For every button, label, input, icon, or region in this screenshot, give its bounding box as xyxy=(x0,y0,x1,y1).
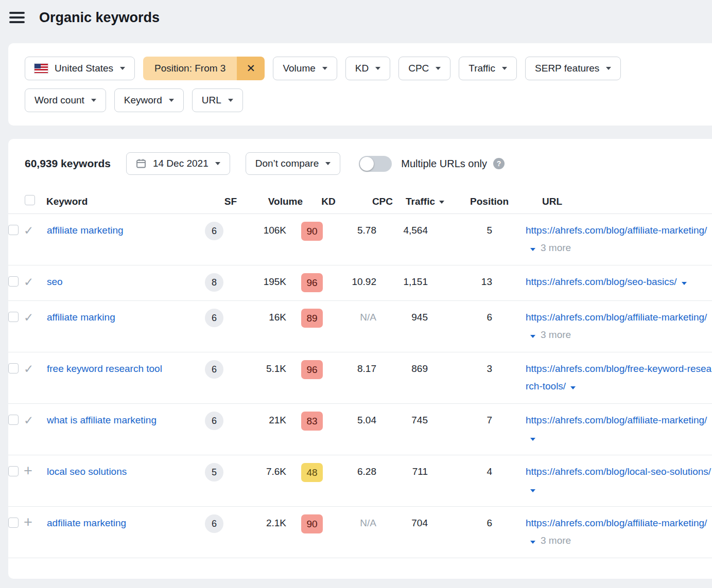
keyword-link[interactable]: seo xyxy=(47,276,63,287)
check-icon[interactable] xyxy=(24,273,33,292)
compare-dropdown-label: Don’t compare xyxy=(255,158,319,169)
kd-badge: 83 xyxy=(301,412,323,431)
chevron-down-icon xyxy=(228,99,233,102)
chevron-down-icon xyxy=(91,99,96,102)
traffic-value: 1,151 xyxy=(376,273,428,291)
check-icon[interactable] xyxy=(24,309,33,327)
keyword-link[interactable]: free keyword research tool xyxy=(47,363,162,374)
keyword-filter[interactable]: Keyword xyxy=(114,88,184,112)
col-header-volume[interactable]: Volume xyxy=(249,196,303,207)
url-dropdown-caret[interactable] xyxy=(530,489,535,492)
col-header-sf[interactable]: SF xyxy=(213,196,249,207)
check-icon[interactable] xyxy=(24,360,33,379)
volume-value: 7.6K xyxy=(232,463,286,480)
col-header-cpc[interactable]: CPC xyxy=(354,196,393,207)
filter-row-2: Word count Keyword URL xyxy=(25,88,712,112)
url-dropdown-caret[interactable] xyxy=(530,335,535,338)
keyword-link[interactable]: adfiliate marketing xyxy=(47,518,126,528)
word-count-filter[interactable]: Word count xyxy=(25,88,106,112)
serp-features-count[interactable]: 8 xyxy=(205,273,223,292)
date-picker[interactable]: 14 Dec 2021 xyxy=(126,152,230,175)
url-link[interactable]: https://ahrefs.com/blog/free-keyword-res… xyxy=(526,363,711,391)
position-filter[interactable]: Position: From 3 xyxy=(143,57,265,80)
keyword-link[interactable]: affiliate marketing xyxy=(47,225,124,236)
chevron-down-icon xyxy=(322,67,327,70)
country-filter[interactable]: United States xyxy=(25,57,135,80)
url-link[interactable]: https://ahrefs.com/blog/seo-basics/ xyxy=(526,276,677,287)
serp-features-filter[interactable]: SERP features xyxy=(525,57,621,80)
url-dropdown-caret[interactable] xyxy=(682,282,687,285)
multiple-urls-toggle[interactable] xyxy=(359,156,392,172)
traffic-value: 711 xyxy=(376,463,428,480)
more-urls-label[interactable]: 3 more xyxy=(541,242,571,253)
col-header-kd[interactable]: KD xyxy=(303,196,354,207)
url-dropdown-caret[interactable] xyxy=(530,541,535,544)
table-row: adfiliate marketing 6 2.1K 90 N/A 704 6 … xyxy=(8,507,712,558)
word-count-filter-label: Word count xyxy=(34,95,84,106)
url-link[interactable]: https://ahrefs.com/blog/local-seo-soluti… xyxy=(526,466,711,477)
volume-filter[interactable]: Volume xyxy=(273,57,337,80)
col-header-traffic[interactable]: Traffic xyxy=(393,196,444,207)
menu-icon[interactable] xyxy=(9,12,25,23)
serp-features-count[interactable]: 6 xyxy=(205,222,223,240)
volume-value: 2.1K xyxy=(232,514,286,532)
chevron-down-icon xyxy=(375,67,380,70)
row-checkbox[interactable] xyxy=(8,466,19,476)
select-all-checkbox[interactable] xyxy=(25,195,35,205)
row-checkbox[interactable] xyxy=(8,363,19,373)
check-icon[interactable] xyxy=(24,412,33,430)
url-link[interactable]: https://ahrefs.com/blog/affiliate-market… xyxy=(526,415,707,425)
kd-filter[interactable]: KD xyxy=(345,57,390,80)
position-filter-label: Position: From 3 xyxy=(143,57,237,80)
cpc-filter[interactable]: CPC xyxy=(398,57,450,80)
cpc-filter-label: CPC xyxy=(408,63,429,74)
row-checkbox[interactable] xyxy=(8,312,19,322)
traffic-value: 945 xyxy=(376,309,428,326)
url-link[interactable]: https://ahrefs.com/blog/affiliate-market… xyxy=(526,312,707,323)
url-dropdown-caret[interactable] xyxy=(570,386,576,389)
keyword-filter-label: Keyword xyxy=(124,95,162,106)
sort-desc-icon xyxy=(439,201,444,204)
traffic-value: 745 xyxy=(376,412,428,429)
col-header-position[interactable]: Position xyxy=(444,196,509,207)
keyword-link[interactable]: local seo solutions xyxy=(47,466,127,477)
results-panel: 60,939 keywords 14 Dec 2021 Don’t compar… xyxy=(8,139,712,579)
serp-features-count[interactable]: 6 xyxy=(205,412,223,430)
row-checkbox[interactable] xyxy=(8,518,19,528)
position-value: 6 xyxy=(428,514,492,532)
col-header-url[interactable]: URL xyxy=(509,196,712,207)
check-icon[interactable] xyxy=(24,222,33,240)
table-row: free keyword research tool 6 5.1K 96 8.1… xyxy=(8,352,712,404)
url-filter[interactable]: URL xyxy=(192,88,243,112)
url-link[interactable]: https://ahrefs.com/blog/affiliate-market… xyxy=(526,225,707,236)
position-value: 7 xyxy=(428,412,492,429)
row-checkbox[interactable] xyxy=(8,276,19,287)
row-checkbox[interactable] xyxy=(8,415,19,425)
help-icon[interactable] xyxy=(493,158,505,169)
table-row: what is affiliate marketing 6 21K 83 5.0… xyxy=(8,404,712,455)
traffic-filter[interactable]: Traffic xyxy=(459,57,517,80)
calendar-icon xyxy=(136,158,146,169)
serp-features-count[interactable]: 5 xyxy=(205,463,223,482)
url-dropdown-caret[interactable] xyxy=(530,248,535,251)
traffic-filter-label: Traffic xyxy=(468,63,495,74)
close-icon[interactable] xyxy=(237,57,265,80)
url-dropdown-caret[interactable] xyxy=(530,438,535,441)
url-link[interactable]: https://ahrefs.com/blog/affiliate-market… xyxy=(526,518,707,528)
traffic-value: 869 xyxy=(376,360,428,378)
compare-dropdown[interactable]: Don’t compare xyxy=(246,152,341,175)
keyword-link[interactable]: affiliate marking xyxy=(47,312,115,323)
serp-features-count[interactable]: 6 xyxy=(205,360,223,379)
kd-badge: 90 xyxy=(301,222,323,241)
plus-icon[interactable] xyxy=(24,463,32,482)
serp-features-count[interactable]: 6 xyxy=(205,514,223,533)
more-urls-label[interactable]: 3 more xyxy=(541,535,571,546)
us-flag-icon xyxy=(34,64,48,73)
plus-icon[interactable] xyxy=(24,514,32,533)
filter-row-1: United States Position: From 3 Volume KD… xyxy=(25,57,712,80)
keyword-link[interactable]: what is affiliate marketing xyxy=(47,415,157,425)
serp-features-count[interactable]: 6 xyxy=(205,309,223,327)
more-urls-label[interactable]: 3 more xyxy=(541,329,571,340)
col-header-keyword[interactable]: Keyword xyxy=(40,196,213,207)
row-checkbox[interactable] xyxy=(8,225,19,235)
